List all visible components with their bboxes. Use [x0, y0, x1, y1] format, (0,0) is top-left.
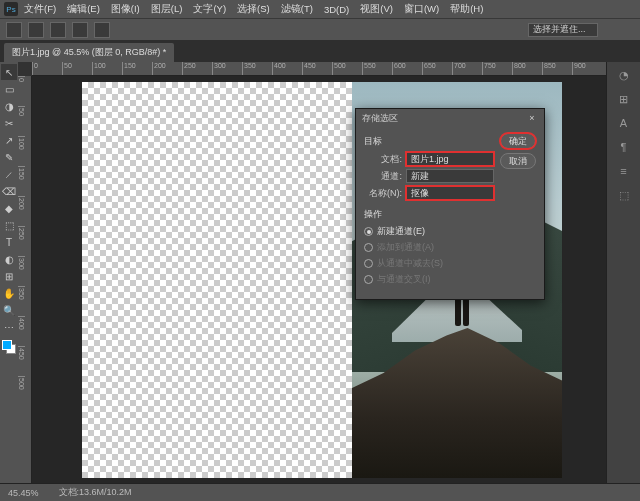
zoom-tool[interactable]: 🔍	[1, 302, 17, 318]
menu-view[interactable]: 视图(V)	[355, 3, 398, 16]
op-intersect: 与通道交叉(I)	[364, 273, 494, 286]
transparent-area	[82, 82, 352, 478]
eyedropper-tool[interactable]: ↗	[1, 132, 17, 148]
channel-label: 通道:	[364, 170, 402, 183]
crop-tool[interactable]: ✂	[1, 115, 17, 131]
color-swatch[interactable]	[2, 340, 16, 354]
menu-edit[interactable]: 编辑(E)	[62, 3, 105, 16]
section-operation: 操作	[364, 208, 494, 221]
radio-icon	[364, 275, 373, 284]
selection-mode-sub-icon[interactable]	[72, 22, 88, 38]
panel-dock: ◔ ⊞ A ¶ ≡ ⬚	[606, 62, 640, 483]
channels-icon[interactable]: ⬚	[615, 186, 633, 204]
radio-icon	[364, 243, 373, 252]
radio-icon	[364, 227, 373, 236]
select-and-mask-button[interactable]: 选择并遮住...	[528, 23, 598, 37]
channel-select[interactable]: 新建	[406, 169, 494, 183]
menu-file[interactable]: 文件(F)	[19, 3, 61, 16]
document-tabs: 图片1.jpg @ 45.5% (图层 0, RGB/8#) *	[0, 40, 640, 62]
path-tool[interactable]: ◐	[1, 251, 17, 267]
paragraph-icon[interactable]: ¶	[615, 138, 633, 156]
op-new-channel[interactable]: 新建通道(E)	[364, 225, 494, 238]
selection-mode-add-icon[interactable]	[50, 22, 66, 38]
close-icon[interactable]: ×	[526, 112, 538, 124]
toolbox: ↖ ▭ ◑ ✂ ↗ ✎ ⟋ ⌫ ◆ ⬚ T ◐ ⊞ ✋ 🔍 ⋯	[0, 62, 18, 483]
selection-mode-int-icon[interactable]	[94, 22, 110, 38]
section-target: 目标	[364, 135, 494, 148]
menu-type[interactable]: 文字(Y)	[188, 3, 231, 16]
swatches-icon[interactable]: ⊞	[615, 90, 633, 108]
app-logo: Ps	[4, 2, 18, 16]
layers-icon[interactable]: ≡	[615, 162, 633, 180]
document-select[interactable]: 图片1.jpg	[406, 152, 494, 166]
clone-tool[interactable]: ⟋	[1, 166, 17, 182]
hand-tool[interactable]: ✋	[1, 285, 17, 301]
menu-window[interactable]: 窗口(W)	[399, 3, 444, 16]
menu-image[interactable]: 图像(I)	[106, 3, 145, 16]
cancel-button[interactable]: 取消	[500, 153, 536, 169]
brush-tool[interactable]: ✎	[1, 149, 17, 165]
dialog-title: 存储选区	[362, 112, 398, 125]
document-label: 文档:	[364, 153, 402, 166]
ruler-horizontal: 0501001502002503003504004505005506006507…	[32, 62, 606, 76]
ok-button[interactable]: 确定	[500, 133, 536, 149]
history-icon[interactable]: ◔	[615, 66, 633, 84]
eraser-tool[interactable]: ⌫	[1, 183, 17, 199]
more-tools[interactable]: ⋯	[1, 319, 17, 335]
ruler-vertical: 050100150200250300350400450500	[18, 76, 32, 483]
menu-filter[interactable]: 滤镜(T)	[276, 3, 318, 16]
move-tool[interactable]: ↖	[1, 64, 17, 80]
lasso-tool[interactable]: ◑	[1, 98, 17, 114]
menu-bar: Ps 文件(F) 编辑(E) 图像(I) 图层(L) 文字(Y) 选择(S) 滤…	[0, 0, 640, 18]
shape-tool[interactable]: ⊞	[1, 268, 17, 284]
save-selection-dialog: 存储选区 × 目标 文档: 图片1.jpg 通道: 新建 名称(N): 抠像 操…	[355, 108, 545, 300]
character-icon[interactable]: A	[615, 114, 633, 132]
name-label: 名称(N):	[364, 187, 402, 200]
gradient-tool[interactable]: ◆	[1, 200, 17, 216]
radio-icon	[364, 259, 373, 268]
menu-layer[interactable]: 图层(L)	[146, 3, 188, 16]
tool-preset-icon[interactable]	[6, 22, 22, 38]
pen-tool[interactable]: ⬚	[1, 217, 17, 233]
status-bar: 45.45% 文档:13.6M/10.2M	[0, 483, 640, 501]
type-tool[interactable]: T	[1, 234, 17, 250]
menu-3d[interactable]: 3D(D)	[319, 4, 354, 15]
op-subtract: 从通道中减去(S)	[364, 257, 494, 270]
zoom-level[interactable]: 45.45%	[8, 488, 39, 498]
name-input[interactable]: 抠像	[406, 186, 494, 200]
menu-help[interactable]: 帮助(H)	[445, 3, 488, 16]
document-tab[interactable]: 图片1.jpg @ 45.5% (图层 0, RGB/8#) *	[4, 43, 174, 62]
marquee-tool[interactable]: ▭	[1, 81, 17, 97]
menu-select[interactable]: 选择(S)	[232, 3, 275, 16]
op-add: 添加到通道(A)	[364, 241, 494, 254]
selection-mode-new-icon[interactable]	[28, 22, 44, 38]
doc-info: 文档:13.6M/10.2M	[59, 486, 132, 499]
options-bar: 选择并遮住...	[0, 18, 640, 40]
